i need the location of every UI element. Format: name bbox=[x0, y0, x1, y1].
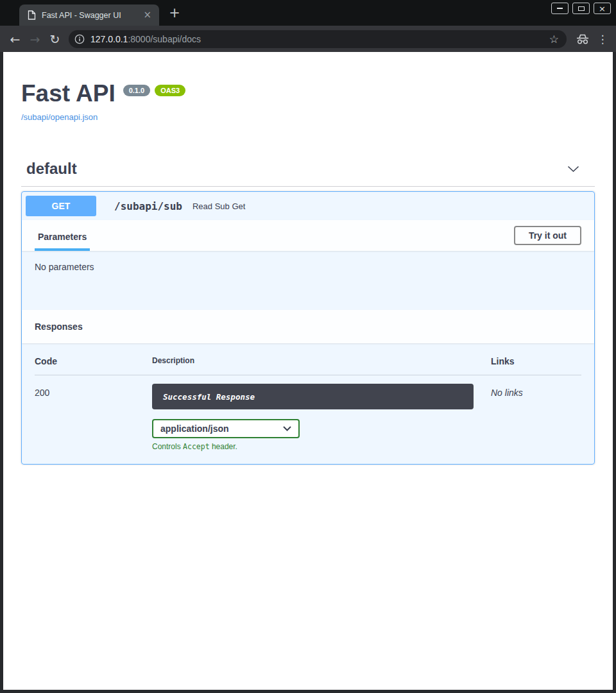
tab-close-icon[interactable]: × bbox=[141, 10, 154, 20]
responses-table-header: Code Description Links bbox=[35, 356, 581, 375]
tag-section: default GET /subapi/sub Read Sub Get Par… bbox=[21, 160, 595, 465]
url-path: :8000/subapi/docs bbox=[128, 34, 201, 44]
response-description-text: Successful Response bbox=[163, 392, 255, 402]
maximize-button[interactable] bbox=[572, 3, 590, 14]
http-method-badge: GET bbox=[26, 196, 96, 216]
openapi-spec-link[interactable]: /subapi/openapi.json bbox=[21, 112, 98, 122]
browser-toolbar: ← → ↻ 127.0.0.1:8000/subapi/docs ☆ ⋮ bbox=[0, 26, 616, 52]
reload-button[interactable]: ↻ bbox=[45, 29, 65, 49]
document-icon bbox=[28, 10, 36, 20]
response-description-box: Successful Response bbox=[152, 384, 474, 409]
browser-menu-icon[interactable]: ⋮ bbox=[594, 33, 611, 46]
browser-tab[interactable]: Fast API - Swagger UI × bbox=[19, 4, 159, 26]
window-controls: × bbox=[551, 3, 611, 14]
accept-header-note: Controls Accept header. bbox=[152, 442, 491, 451]
response-links: No links bbox=[491, 384, 581, 451]
parameters-body: No parameters bbox=[22, 251, 594, 310]
forward-button[interactable]: → bbox=[25, 29, 45, 49]
parameters-header: Parameters Try it out bbox=[22, 220, 594, 251]
select-chevron-icon bbox=[283, 426, 291, 431]
minimize-icon bbox=[557, 8, 563, 9]
responses-title: Responses bbox=[35, 321, 83, 332]
minimize-button[interactable] bbox=[551, 3, 569, 14]
media-type-value: application/json bbox=[160, 424, 229, 434]
tab-parameters: Parameters bbox=[35, 232, 90, 251]
response-row-200: 200 Successful Response application/json bbox=[35, 375, 581, 451]
operation-description: Read Sub Get bbox=[193, 201, 245, 211]
operation-summary[interactable]: GET /subapi/sub Read Sub Get bbox=[22, 192, 594, 220]
address-bar[interactable]: 127.0.0.1:8000/subapi/docs ☆ bbox=[69, 30, 567, 48]
media-type-select[interactable]: application/json bbox=[152, 419, 300, 438]
operation-path: /subapi/sub bbox=[114, 200, 182, 212]
version-badge: 0.1.0 bbox=[123, 85, 150, 96]
accept-note-code: Accept bbox=[183, 442, 210, 451]
url-text: 127.0.0.1:8000/subapi/docs bbox=[90, 34, 542, 44]
accept-note-post: header. bbox=[210, 442, 237, 451]
responses-header: Responses bbox=[22, 310, 594, 343]
tab-title: Fast API - Swagger UI bbox=[42, 11, 135, 20]
response-description-cell: Successful Response application/json Con… bbox=[152, 384, 491, 451]
column-header-links: Links bbox=[491, 356, 581, 366]
no-parameters-text: No parameters bbox=[35, 262, 94, 272]
tag-header-default[interactable]: default bbox=[21, 160, 595, 187]
operation-block: GET /subapi/sub Read Sub Get Parameters … bbox=[21, 191, 595, 465]
site-info-icon[interactable] bbox=[74, 34, 85, 44]
url-host: 127.0.0.1 bbox=[90, 34, 128, 44]
response-code: 200 bbox=[35, 384, 152, 451]
accept-note-pre: Controls bbox=[152, 442, 183, 451]
column-header-code: Code bbox=[35, 356, 152, 366]
responses-body: Code Description Links 200 Successful Re… bbox=[22, 343, 594, 464]
maximize-icon bbox=[578, 6, 585, 11]
back-button[interactable]: ← bbox=[5, 29, 25, 49]
column-header-description: Description bbox=[152, 356, 491, 366]
tag-name: default bbox=[26, 160, 77, 178]
titlebar: Fast API - Swagger UI × + × bbox=[0, 0, 616, 26]
close-button[interactable]: × bbox=[594, 3, 611, 14]
page-content: Fast API 0.1.0 OAS3 /subapi/openapi.json… bbox=[3, 52, 613, 690]
api-info: Fast API 0.1.0 OAS3 /subapi/openapi.json bbox=[21, 81, 595, 123]
oas3-badge: OAS3 bbox=[155, 85, 185, 96]
incognito-icon bbox=[575, 33, 590, 46]
chevron-down-icon[interactable] bbox=[567, 166, 579, 173]
browser-window: Fast API - Swagger UI × + × ← → ↻ 127.0.… bbox=[0, 0, 616, 693]
page-title: Fast API bbox=[21, 81, 116, 106]
try-it-out-button[interactable]: Try it out bbox=[514, 226, 581, 245]
close-icon: × bbox=[599, 4, 606, 13]
new-tab-button[interactable]: + bbox=[167, 6, 182, 20]
bookmark-star-icon[interactable]: ☆ bbox=[548, 33, 560, 46]
